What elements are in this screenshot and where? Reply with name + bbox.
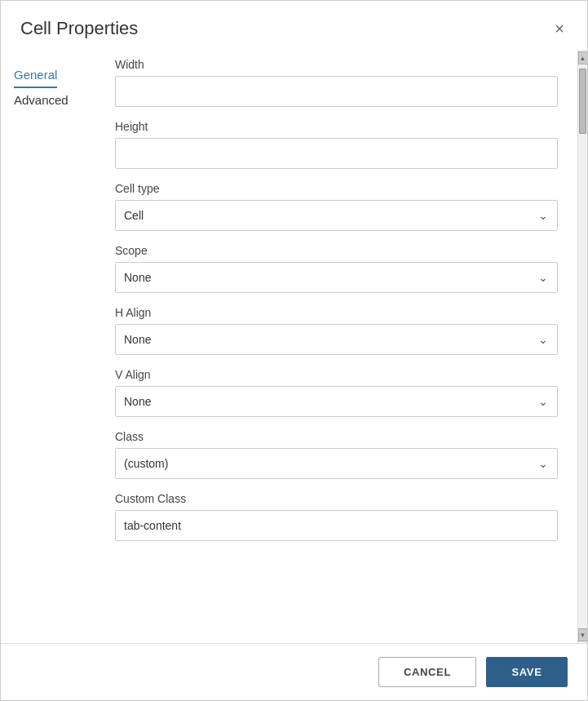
scrollbar-thumb-area: [578, 64, 587, 628]
height-input[interactable]: [115, 138, 558, 169]
main-content: Width Height Cell type Cell Header: [107, 50, 577, 643]
dialog-header: Cell Properties ×: [1, 1, 587, 50]
height-label: Height: [115, 120, 558, 133]
sidebar: General Advanced: [1, 50, 107, 643]
class-select[interactable]: (custom) None: [115, 448, 558, 479]
close-icon: ×: [555, 20, 564, 37]
scope-field-group: Scope None Row Column Row group Column g…: [115, 244, 558, 293]
class-select-wrapper: (custom) None ⌄: [115, 448, 558, 479]
scope-select[interactable]: None Row Column Row group Column group: [115, 262, 558, 293]
h-align-select-wrapper: None Left Center Right ⌄: [115, 324, 558, 355]
dialog-body: General Advanced Width Height: [1, 50, 577, 643]
width-label: Width: [115, 58, 558, 71]
scope-select-wrapper: None Row Column Row group Column group ⌄: [115, 262, 558, 293]
scrollbar-thumb[interactable]: [579, 69, 586, 134]
scrollbar-up-button[interactable]: ▲: [578, 51, 588, 64]
dialog-footer: CANCEL SAVE: [1, 643, 587, 700]
cell-type-label: Cell type: [115, 182, 558, 195]
sidebar-item-general[interactable]: General: [14, 63, 57, 88]
width-input[interactable]: [115, 76, 558, 107]
height-field-group: Height: [115, 120, 558, 169]
cell-properties-dialog: Cell Properties × General Advanced Width: [0, 0, 588, 701]
cell-type-select[interactable]: Cell Header: [115, 200, 558, 231]
h-align-field-group: H Align None Left Center Right ⌄: [115, 306, 558, 355]
sidebar-item-advanced[interactable]: Advanced: [14, 88, 94, 112]
close-button[interactable]: ×: [551, 17, 568, 40]
custom-class-field-group: Custom Class: [115, 492, 558, 541]
v-align-select-wrapper: None Top Middle Bottom ⌄: [115, 386, 558, 417]
v-align-label: V Align: [115, 368, 558, 381]
dialog-title: Cell Properties: [20, 18, 138, 39]
custom-class-label: Custom Class: [115, 492, 558, 505]
v-align-select[interactable]: None Top Middle Bottom: [115, 386, 558, 417]
h-align-select[interactable]: None Left Center Right: [115, 324, 558, 355]
cancel-button[interactable]: CANCEL: [378, 657, 476, 687]
class-label: Class: [115, 430, 558, 443]
cell-type-select-wrapper: Cell Header ⌄: [115, 200, 558, 231]
scrollable-area: General Advanced Width Height: [1, 50, 587, 643]
v-align-field-group: V Align None Top Middle Bottom ⌄: [115, 368, 558, 417]
cell-type-field-group: Cell type Cell Header ⌄: [115, 182, 558, 231]
scrollbar[interactable]: ▲ ▼: [577, 50, 587, 643]
custom-class-input[interactable]: [115, 510, 558, 541]
class-field-group: Class (custom) None ⌄: [115, 430, 558, 479]
save-button[interactable]: SAVE: [486, 657, 568, 687]
width-field-group: Width: [115, 58, 558, 107]
scrollbar-down-button[interactable]: ▼: [578, 628, 588, 641]
h-align-label: H Align: [115, 306, 558, 319]
scope-label: Scope: [115, 244, 558, 257]
